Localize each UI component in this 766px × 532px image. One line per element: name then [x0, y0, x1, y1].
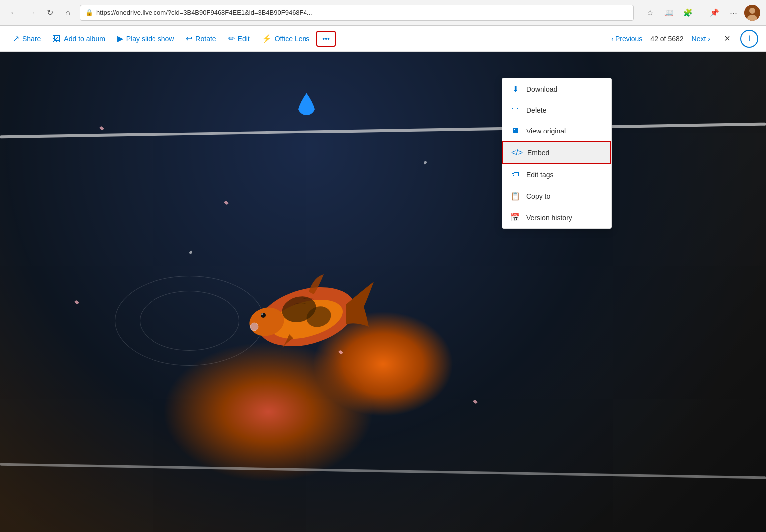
- more-options-button[interactable]: •••: [316, 31, 336, 47]
- embed-label: Embed: [527, 149, 549, 157]
- url-text: https://onedrive.live.com/?cid=3B4B90F94…: [96, 9, 628, 16]
- edit-icon: ✏: [228, 34, 235, 43]
- read-later-button[interactable]: 📖: [661, 5, 677, 21]
- svg-point-10: [261, 313, 263, 315]
- forward-button[interactable]: →: [24, 5, 40, 21]
- view-original-menu-item[interactable]: 🖥 View original: [502, 121, 611, 141]
- edit-tags-label: Edit tags: [526, 171, 553, 179]
- share-label: Share: [22, 35, 41, 43]
- version-history-menu-item[interactable]: 📅 Version history: [502, 207, 611, 228]
- edit-button[interactable]: ✏ Edit: [223, 31, 255, 46]
- profile-button[interactable]: [744, 5, 760, 21]
- favorites-button[interactable]: ☆: [642, 5, 658, 21]
- tags-icon: 🏷: [510, 170, 520, 179]
- trash-icon: 🗑: [510, 106, 520, 115]
- view-original-label: View original: [526, 127, 566, 135]
- share-button[interactable]: ↗ Share: [8, 31, 46, 46]
- office-lens-button[interactable]: ⚡ Office Lens: [257, 31, 315, 46]
- refresh-button[interactable]: ↻: [42, 5, 58, 21]
- embed-icon: </>: [511, 148, 521, 157]
- svg-point-9: [261, 313, 266, 318]
- app-toolbar: ↗ Share 🖼 Add to album ▶ Play slide show…: [0, 26, 766, 52]
- share-icon: ↗: [13, 34, 19, 43]
- add-to-album-button[interactable]: 🖼 Add to album: [48, 31, 110, 46]
- lock-icon: 🔒: [85, 9, 93, 16]
- version-history-label: Version history: [526, 214, 572, 222]
- back-button[interactable]: ←: [6, 5, 22, 21]
- toolbar-right: ‹ Previous 42 of 5682 Next › × i: [607, 30, 758, 48]
- close-button[interactable]: ×: [718, 30, 736, 48]
- delete-label: Delete: [526, 106, 546, 114]
- download-icon: ⬇: [510, 84, 520, 94]
- svg-point-8: [250, 323, 258, 331]
- browser-chrome: ← → ↻ ⌂ 🔒 https://onedrive.live.com/?cid…: [0, 0, 766, 26]
- main-content: ⬇ Download 🗑 Delete 🖥 View original </> …: [0, 52, 766, 532]
- copy-to-label: Copy to: [526, 192, 550, 200]
- browser-more-button[interactable]: ⋯: [725, 5, 741, 21]
- next-photo-button[interactable]: Next ›: [688, 32, 714, 46]
- delete-menu-item[interactable]: 🗑 Delete: [502, 100, 611, 121]
- info-button[interactable]: i: [740, 30, 758, 48]
- previous-chevron-icon: ‹: [611, 35, 613, 43]
- play-slide-show-label: Play slide show: [126, 35, 174, 43]
- embed-menu-item[interactable]: </> Embed: [502, 141, 611, 164]
- close-icon: ×: [724, 33, 730, 44]
- collections-button[interactable]: 📌: [706, 5, 722, 21]
- edit-label: Edit: [238, 35, 250, 43]
- play-slide-show-button[interactable]: ▶ Play slide show: [112, 31, 179, 46]
- previous-label: Previous: [615, 35, 642, 43]
- copy-icon: 📋: [510, 191, 520, 201]
- edit-tags-menu-item[interactable]: 🏷 Edit tags: [502, 164, 611, 185]
- browser-actions: ☆ 📖 🧩 📌 ⋯: [642, 5, 760, 21]
- water-drop: [294, 92, 319, 122]
- rotate-label: Rotate: [195, 35, 216, 43]
- previous-photo-button[interactable]: ‹ Previous: [607, 32, 646, 46]
- rotate-icon: ↩: [186, 34, 192, 43]
- play-icon: ▶: [117, 34, 123, 43]
- add-to-album-label: Add to album: [64, 35, 105, 43]
- copy-to-menu-item[interactable]: 📋 Copy to: [502, 185, 611, 207]
- download-label: Download: [526, 85, 557, 93]
- office-lens-icon: ⚡: [262, 34, 272, 43]
- office-lens-label: Office Lens: [275, 35, 310, 43]
- svg-point-1: [749, 8, 755, 14]
- add-to-album-icon: 🖼: [53, 34, 61, 43]
- divider: [701, 7, 701, 19]
- next-chevron-icon: ›: [708, 35, 710, 43]
- more-options-label: •••: [322, 35, 330, 43]
- home-button[interactable]: ⌂: [60, 5, 76, 21]
- rotate-button[interactable]: ↩ Rotate: [181, 31, 221, 46]
- download-menu-item[interactable]: ⬇ Download: [502, 78, 611, 100]
- view-original-icon: 🖥: [510, 127, 520, 135]
- photo-counter: 42 of 5682: [650, 35, 683, 43]
- history-icon: 📅: [510, 213, 520, 222]
- info-icon: i: [748, 33, 750, 44]
- next-label: Next: [692, 35, 706, 43]
- browser-nav-buttons: ← → ↻ ⌂: [6, 5, 76, 21]
- extensions-button[interactable]: 🧩: [680, 5, 696, 21]
- address-bar[interactable]: 🔒 https://onedrive.live.com/?cid=3B4B90F…: [80, 5, 634, 21]
- dropdown-menu: ⬇ Download 🗑 Delete 🖥 View original </> …: [502, 78, 612, 229]
- koi-fish: [219, 255, 394, 379]
- profile-avatar: [744, 5, 760, 21]
